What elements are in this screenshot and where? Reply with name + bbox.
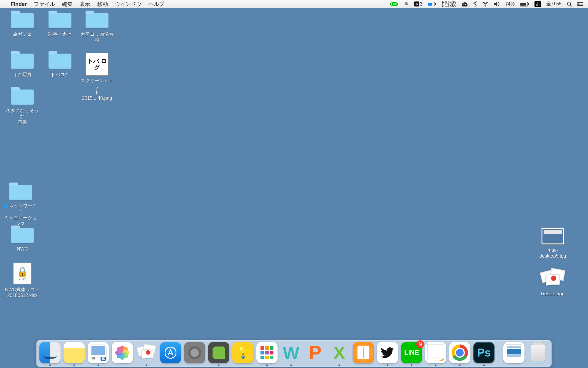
dock-resize[interactable] <box>136 342 157 363</box>
folder-icon <box>49 13 71 28</box>
menu-file[interactable]: ファイル <box>30 0 59 8</box>
menu-help[interactable]: ヘルプ <box>145 0 168 8</box>
line-status-icon[interactable]: LINE <box>387 2 401 6</box>
resize-app[interactable]: Resize.app <box>535 268 570 297</box>
desktop-folder[interactable]: トバログ <box>42 52 78 78</box>
svg-point-5 <box>485 6 486 6</box>
desktop-icon-label: オク写真 <box>5 72 40 78</box>
desktop-folder[interactable]: ネタになりそうな 画像 <box>5 88 40 125</box>
dock-ibooks[interactable] <box>353 342 374 363</box>
notification-center-icon[interactable] <box>575 2 585 6</box>
network-speed[interactable]: 0.6KB/s1.6KB/s <box>439 1 459 7</box>
desktop-folder[interactable]: 旅ガジェ <box>5 12 40 37</box>
spotlight-icon[interactable] <box>564 1 574 7</box>
svg-point-3 <box>464 4 465 5</box>
desktop-icon-label: NWC <box>5 246 40 252</box>
dock-calendar[interactable]: 303D <box>88 342 109 363</box>
notifications-icon[interactable] <box>401 1 411 7</box>
dock-separator <box>499 342 499 363</box>
dock-line[interactable]: LINEN <box>401 342 422 363</box>
dock-chrome[interactable] <box>449 342 470 363</box>
line-badge: N <box>416 340 424 348</box>
dock: 303D 💡 W P X LINEN Ps <box>36 340 552 367</box>
dock-finder[interactable] <box>39 342 61 363</box>
svg-rect-2 <box>435 3 436 5</box>
app-menu[interactable]: Finder <box>7 0 30 8</box>
lock-icon: 🔒 <box>16 266 28 277</box>
desktop-folder[interactable]: 記事下書き <box>42 12 78 37</box>
menu-go[interactable]: 移動 <box>94 0 111 8</box>
folder-icon <box>49 54 71 69</box>
desktop-folder[interactable]: カテゴリ画像素材 <box>79 12 115 43</box>
dock-inner: 303D 💡 W P X LINEN Ps <box>36 340 552 367</box>
menu-bar-left: Finder ファイル 編集 表示 移動 ウインドウ ヘルプ <box>0 0 168 8</box>
dock-appstore[interactable] <box>160 342 181 363</box>
dock-tiles[interactable] <box>256 342 278 363</box>
dock-wunderlist[interactable]: W <box>280 342 302 363</box>
input-method[interactable]: あ <box>532 1 543 7</box>
desktop-icon-label: ネットワークコ ミュニケーションズ <box>3 203 38 227</box>
dock-photoshop[interactable]: Ps <box>473 342 495 363</box>
battery-icon[interactable] <box>517 2 532 6</box>
clock[interactable]: 金 0:55 <box>544 1 564 7</box>
svg-rect-7 <box>520 3 526 6</box>
folder-icon <box>11 228 34 243</box>
dock-settings[interactable] <box>184 342 205 363</box>
dock-trash[interactable] <box>527 342 549 363</box>
svg-point-14 <box>578 2 579 3</box>
dock-idea[interactable]: 💡 <box>232 342 253 363</box>
image-file[interactable]: mac- desktop5.jpg <box>535 227 570 259</box>
svg-point-4 <box>465 4 466 5</box>
dock-notes[interactable] <box>64 342 85 363</box>
folder-icon <box>11 54 34 69</box>
dock-textedit[interactable] <box>425 342 446 363</box>
bluetooth-icon[interactable] <box>471 1 479 7</box>
battery-percent[interactable]: 74% <box>503 1 517 7</box>
desktop-icon-label: ネタになりそうな 画像 <box>5 108 40 125</box>
dock-x-app[interactable]: X <box>329 342 350 363</box>
dock-document[interactable] <box>503 342 524 363</box>
desktop-icon-label: トバログ <box>42 72 78 78</box>
xlsx-file[interactable]: 🔒XLSX NWC媒体リスト 20150512.xlsx <box>5 262 40 299</box>
bartender-icon[interactable] <box>459 2 470 6</box>
screenshot-file[interactable]: トバ ログ スクリーンショッ ト 2015....48.png <box>79 52 115 101</box>
menu-view[interactable]: 表示 <box>76 0 94 8</box>
dock-evernote[interactable] <box>208 342 229 363</box>
menu-window[interactable]: ウインドウ <box>111 0 145 8</box>
svg-point-16 <box>578 5 579 6</box>
menu-edit[interactable]: 編集 <box>59 0 76 8</box>
desktop-icon-label: 旅ガジェ <box>5 31 40 37</box>
battery-secondary-icon[interactable] <box>425 2 438 6</box>
folder-icon <box>86 13 108 28</box>
menu-bar-right: LINE A3 0.6KB/s1.6KB/s 74% あ 金 0:55 <box>387 1 588 7</box>
tag-dot-icon <box>4 205 8 208</box>
dock-twitter[interactable] <box>377 342 398 363</box>
dock-photos[interactable] <box>112 342 133 363</box>
menu-bar: Finder ファイル 編集 表示 移動 ウインドウ ヘルプ LINE A3 0… <box>0 0 588 8</box>
svg-line-10 <box>570 5 572 6</box>
dock-p-app[interactable]: P <box>305 342 326 363</box>
desktop-folder[interactable]: オク写真 <box>5 52 40 78</box>
desktop-icon-label: 記事下書き <box>42 31 78 37</box>
adobe-cc-icon[interactable]: A3 <box>412 1 425 7</box>
folder-icon <box>11 13 34 28</box>
desktop-folder[interactable]: NWC <box>5 227 40 252</box>
desktop-icon-label: カテゴリ画像素材 <box>79 31 115 43</box>
desktop-folder[interactable]: ネットワークコ ミュニケーションズ <box>3 184 38 227</box>
svg-point-9 <box>567 2 571 5</box>
folder-icon <box>9 185 32 200</box>
volume-icon[interactable] <box>492 2 502 6</box>
svg-rect-1 <box>428 3 432 6</box>
svg-point-15 <box>578 4 579 4</box>
folder-icon <box>11 89 34 105</box>
wifi-icon[interactable] <box>480 2 491 6</box>
svg-rect-8 <box>528 3 529 5</box>
